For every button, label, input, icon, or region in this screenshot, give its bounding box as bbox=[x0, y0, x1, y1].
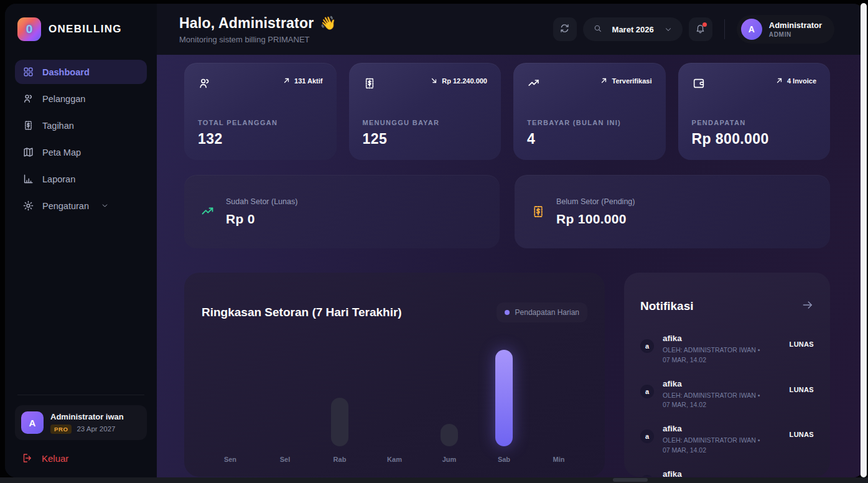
sidebar-item-label: Laporan bbox=[42, 174, 75, 184]
stat-value: 132 bbox=[198, 131, 323, 148]
x-axis-tick: Sab bbox=[498, 456, 510, 463]
status-badge: LUNAS bbox=[790, 476, 814, 477]
notifications-header: Notifikasi bbox=[640, 299, 814, 314]
sidebar-item-tagihan[interactable]: Tagihan bbox=[15, 113, 147, 138]
trending-up-icon bbox=[200, 204, 215, 219]
arrow-up-right-icon bbox=[775, 77, 783, 85]
deposit-label: Belum Setor (Pending) bbox=[556, 197, 635, 206]
deposit-card-body: Belum Setor (Pending)Rp 100.000 bbox=[556, 197, 635, 227]
dashboard-grid-icon bbox=[22, 66, 34, 78]
horizontal-scrollbar-thumb[interactable] bbox=[613, 478, 648, 482]
chevron-down-icon bbox=[101, 202, 109, 210]
period-value: Maret 2026 bbox=[609, 25, 658, 34]
bottom-row: Ringkasan Setoran (7 Hari Terakhir) Pend… bbox=[184, 273, 830, 477]
stat-value: 4 bbox=[527, 131, 652, 148]
notification-meta: OLEH: ADMINISTRATOR IWAN • 07 MAR, 14.02 bbox=[663, 391, 762, 411]
header-user-menu[interactable]: A Administrator ADMIN bbox=[737, 15, 834, 44]
sidebar-item-label: Peta Map bbox=[42, 148, 81, 157]
sidebar-item-label: Pengaturan bbox=[42, 201, 89, 211]
stat-cards-row: 131 AktifTOTAL PELANGGAN132Rp 12.240.000… bbox=[184, 63, 830, 160]
sidebar-user-name: Administrator iwan bbox=[50, 412, 124, 421]
chart-column-sab: Sab bbox=[477, 335, 531, 463]
period-selector[interactable]: Maret 2026 bbox=[583, 17, 683, 41]
stat-card-pendapatan: 4 InvoicePENDAPATANRp 800.000 bbox=[678, 63, 831, 160]
notification-item[interactable]: aafikaOLEH: ADMINISTRATOR IWAN • 07 MAR,… bbox=[640, 334, 814, 365]
notifications-button[interactable] bbox=[689, 17, 712, 41]
sidebar-bottom: A Administrator iwan PRO 23 Apr 2027 Kel… bbox=[15, 395, 147, 466]
arrow-up-right-icon bbox=[282, 77, 291, 85]
sidebar-item-peta-map[interactable]: Peta Map bbox=[15, 140, 147, 164]
stat-value: 125 bbox=[363, 131, 488, 148]
receipt-icon bbox=[22, 120, 34, 131]
avatar: a bbox=[640, 339, 654, 353]
legend-label: Pendapatan Harian bbox=[515, 308, 579, 317]
bar-chart-icon bbox=[22, 173, 34, 185]
x-axis-tick: Kam bbox=[387, 456, 402, 463]
brand: 0 ONEBILLING bbox=[15, 16, 147, 60]
x-axis-tick: Sel bbox=[280, 456, 291, 463]
x-axis-tick: Jum bbox=[442, 456, 457, 463]
sidebar-divider bbox=[17, 395, 144, 395]
bar[interactable] bbox=[495, 350, 513, 446]
notification-meta: OLEH: ADMINISTRATOR IWAN • 07 MAR, 14.02 bbox=[663, 436, 762, 456]
header-user-role: ADMIN bbox=[769, 31, 822, 38]
sidebar-item-laporan[interactable]: Laporan bbox=[15, 167, 147, 191]
chart-column-rab: Rab bbox=[312, 335, 367, 463]
header: Halo, Administrator 👋 Monitoring sistem … bbox=[157, 4, 864, 55]
bar[interactable] bbox=[331, 398, 348, 446]
avatar: A bbox=[741, 19, 762, 40]
notification-body: afikaOLEH: ADMINISTRATOR IWAN • 07 MAR, … bbox=[663, 424, 781, 456]
sidebar-user-card[interactable]: A Administrator iwan PRO 23 Apr 2027 bbox=[15, 405, 147, 440]
search-icon bbox=[593, 24, 602, 35]
deposit-card-belum-setor-pending-: Belum Setor (Pending)Rp 100.000 bbox=[515, 175, 830, 248]
dashboard-main: 131 AktifTOTAL PELANGGAN132Rp 12.240.000… bbox=[157, 55, 864, 477]
status-badge: LUNAS bbox=[790, 431, 814, 438]
sidebar-item-label: Dashboard bbox=[42, 67, 90, 77]
header-user-info: Administrator ADMIN bbox=[769, 21, 822, 38]
sidebar-item-label: Tagihan bbox=[42, 121, 74, 131]
page-subtitle: Monitoring sistem billing PRIMANET bbox=[179, 35, 337, 44]
stat-card-terbayar-bulan-ini-: TerverifikasiTERBAYAR (BULAN INI)4 bbox=[513, 63, 666, 160]
x-axis-tick: Sen bbox=[224, 456, 236, 463]
sidebar-item-dashboard[interactable]: Dashboard bbox=[15, 60, 147, 84]
stat-trend: Terverifikasi bbox=[600, 77, 651, 85]
notification-item[interactable]: aafikaOLEH: ADMINISTRATOR IWAN • 07 MAR,… bbox=[640, 424, 814, 456]
notification-item[interactable]: aafikaOLEH: ADMINISTRATOR IWAN • 07 MAR,… bbox=[640, 469, 814, 477]
arrow-down-right-icon bbox=[430, 77, 438, 85]
notification-item[interactable]: aafikaOLEH: ADMINISTRATOR IWAN • 07 MAR,… bbox=[640, 379, 814, 411]
chart-card: Ringkasan Setoran (7 Hari Terakhir) Pend… bbox=[184, 273, 605, 477]
vertical-scrollbar[interactable] bbox=[861, 3, 867, 477]
status-badge: LUNAS bbox=[790, 386, 814, 393]
chart-column-kam: Kam bbox=[367, 335, 422, 463]
x-axis-tick: Min bbox=[553, 456, 565, 463]
content-area: Halo, Administrator 👋 Monitoring sistem … bbox=[157, 4, 864, 477]
sidebar-item-pengaturan[interactable]: Pengaturan bbox=[15, 194, 147, 218]
notifications-more-button[interactable] bbox=[801, 299, 814, 314]
avatar: a bbox=[640, 385, 654, 398]
map-icon bbox=[22, 146, 34, 158]
subscription-expiry: 23 Apr 2027 bbox=[77, 425, 115, 433]
header-actions: Maret 2026 A Administrator ADMIN bbox=[553, 15, 834, 44]
chart-column-jum: Jum bbox=[422, 335, 477, 463]
stat-label: TERBAYAR (BULAN INI) bbox=[527, 119, 652, 126]
notification-title: afika bbox=[663, 424, 781, 433]
chart-column-sen: Sen bbox=[203, 335, 258, 463]
stat-label: TOTAL PELANGGAN bbox=[198, 119, 323, 126]
notification-title: afika bbox=[663, 379, 781, 388]
chart-legend: Pendapatan Harian bbox=[497, 302, 587, 322]
logout-button[interactable]: Keluar bbox=[15, 440, 147, 466]
chevron-down-icon bbox=[664, 25, 673, 34]
notification-title: afika bbox=[663, 334, 781, 343]
screen: 0 ONEBILLING DashboardPelangganTagihanPe… bbox=[0, 0, 868, 483]
deposit-value: Rp 0 bbox=[226, 212, 297, 227]
sidebar-item-pelanggan[interactable]: Pelanggan bbox=[15, 87, 147, 111]
page-title: Halo, Administrator bbox=[179, 15, 314, 32]
stat-card-top: Rp 12.240.000 bbox=[363, 77, 488, 93]
bar-chart: SenSelRabKamJumSabMin bbox=[203, 335, 586, 463]
bar[interactable] bbox=[441, 424, 458, 446]
deposit-label: Sudah Setor (Lunas) bbox=[226, 197, 297, 206]
refresh-button[interactable] bbox=[553, 17, 577, 41]
receipt-icon bbox=[531, 204, 546, 219]
sidebar-user-meta: PRO 23 Apr 2027 bbox=[50, 424, 124, 434]
stat-trend-text: 131 Aktif bbox=[294, 77, 322, 85]
